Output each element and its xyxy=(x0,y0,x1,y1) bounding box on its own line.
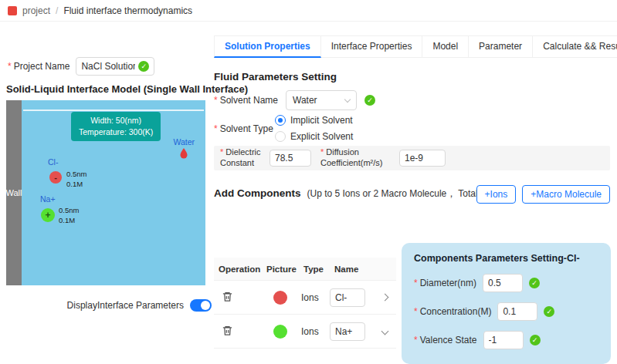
breadcrumb-current: Fluid interface thermodynamics xyxy=(63,5,192,16)
collapse-row-button[interactable] xyxy=(373,329,396,334)
diameter-input[interactable] xyxy=(483,274,523,292)
solvent-type-options: Implicit Solvent Explicit Solvent xyxy=(275,115,353,142)
project-name-row: Project Name xyxy=(8,57,154,76)
interface-model-diagram: Wall Width: 50(nm) Temperature: 300(K) W… xyxy=(6,100,205,285)
diameter-row: Diameter(nm) xyxy=(414,274,598,292)
tab-interface-properties[interactable]: Interface Properties xyxy=(321,35,423,58)
add-buttons: +Ions +Macro Molecule xyxy=(476,185,610,204)
ion-info-na: 0.5nm 0.1M xyxy=(59,206,79,226)
toggle-knob xyxy=(201,301,210,310)
panel-title: Components Parameters Setting-Cl- xyxy=(414,253,598,264)
chevron-right-icon xyxy=(381,294,388,302)
table-row: Ions xyxy=(214,281,396,315)
check-icon xyxy=(530,335,541,345)
radio-implicit-solvent[interactable]: Implicit Solvent xyxy=(275,115,353,126)
valence-input-field[interactable] xyxy=(489,335,518,345)
component-name-input[interactable] xyxy=(330,288,365,307)
display-interface-toggle[interactable] xyxy=(190,299,212,312)
project-name-input-field[interactable] xyxy=(81,61,135,72)
valence-input[interactable] xyxy=(483,331,524,349)
check-icon xyxy=(544,306,554,317)
table-row: Ions xyxy=(214,315,396,349)
tab-bar: Solution Properties Interface Properties… xyxy=(214,35,617,58)
ion-label-cl: Cl- xyxy=(48,157,58,167)
radio-selected-icon xyxy=(275,115,286,126)
minus-sign: - xyxy=(54,173,57,182)
expand-row-button[interactable] xyxy=(373,295,396,300)
display-interface-label: DisplayInterface Parameters xyxy=(67,300,184,311)
tab-calculate-results[interactable]: Calculate && Results xyxy=(533,35,617,58)
solvent-type-label: Solvent Type xyxy=(214,123,273,134)
app-logo-icon xyxy=(8,6,17,15)
wall-label: Wall xyxy=(6,188,22,197)
diameter-label: Diameter(nm) xyxy=(414,278,476,288)
diffusion-input-field[interactable] xyxy=(405,153,440,163)
component-params-panel: Components Parameters Setting-Cl- Diamet… xyxy=(402,243,611,364)
concentration-row: Concentration(M) xyxy=(414,302,598,321)
radio-label: Explicit Solvent xyxy=(290,131,353,142)
radio-unselected-icon xyxy=(275,131,286,142)
ion-info-cl: 0.5nm 0.1M xyxy=(66,170,86,190)
diffusion-label: Diffusion Coefficient(m²/s) xyxy=(320,147,393,169)
trash-icon xyxy=(222,325,233,336)
ion-concentration: 0.1M xyxy=(66,180,86,190)
dielectric-input[interactable] xyxy=(270,150,311,167)
components-table: Operation Picture Type Name Ions xyxy=(214,258,396,349)
ion-particle-na: + xyxy=(41,208,55,222)
breadcrumb-separator: / xyxy=(56,5,58,16)
water-label: Water xyxy=(173,137,195,147)
component-name-input[interactable] xyxy=(330,322,365,341)
breadcrumb-project[interactable]: project xyxy=(22,5,50,16)
component-picture xyxy=(262,325,299,339)
ion-particle-cl: - xyxy=(49,171,62,184)
valence-row: Valence State xyxy=(414,331,598,349)
component-type: Ions xyxy=(299,326,330,337)
component-name-cell xyxy=(330,288,373,307)
tab-parameter[interactable]: Parameter xyxy=(469,35,533,58)
wall: Wall xyxy=(6,100,22,285)
diameter-input-field[interactable] xyxy=(488,278,517,288)
solvent-name-label: Solvent Name xyxy=(214,95,278,106)
badge-temperature: Temperature: 300(K) xyxy=(79,126,153,138)
concentration-input[interactable] xyxy=(497,302,537,321)
add-components-hint: (Up to 5 Ions or 2 Macro Molecule， Total… xyxy=(307,187,500,201)
model-title: Solid-Liquid Interface Model (Single Wal… xyxy=(6,83,248,95)
radio-explicit-solvent[interactable]: Explicit Solvent xyxy=(275,131,353,142)
water-marker: Water xyxy=(173,137,195,159)
droplet-icon xyxy=(179,147,188,159)
radio-label: Implicit Solvent xyxy=(290,115,353,126)
breadcrumb: project / Fluid interface thermodynamics xyxy=(0,0,617,22)
ion-label-na: Na+ xyxy=(40,194,56,204)
ion-size: 0.5nm xyxy=(59,206,79,216)
solvent-name-row: Solvent Name Water xyxy=(214,90,375,110)
dielectric-input-field[interactable] xyxy=(275,153,306,163)
app-window: project / Fluid interface thermodynamics… xyxy=(0,0,617,364)
delete-button[interactable] xyxy=(214,325,262,339)
table-header: Operation Picture Type Name xyxy=(214,258,396,281)
valence-label: Valence State xyxy=(414,335,477,345)
add-macro-molecule-button[interactable]: +Macro Molecule xyxy=(522,185,610,204)
component-name-field[interactable] xyxy=(335,292,360,303)
component-name-cell xyxy=(330,322,373,341)
check-icon xyxy=(529,278,540,288)
fluid-params-title: Fluid Parameters Setting xyxy=(214,71,337,83)
tab-solution-properties[interactable]: Solution Properties xyxy=(214,35,321,58)
dimensions-badge: Width: 50(nm) Temperature: 300(K) xyxy=(71,112,161,141)
add-ions-button[interactable]: +Ions xyxy=(476,185,517,204)
add-components-title: Add Components xyxy=(214,187,301,199)
col-type: Type xyxy=(299,265,330,274)
col-picture: Picture xyxy=(262,265,299,274)
solvent-type-label-wrap: Solvent Type xyxy=(214,123,273,134)
check-icon xyxy=(364,95,375,106)
concentration-input-field[interactable] xyxy=(503,306,532,317)
delete-button[interactable] xyxy=(214,291,262,305)
project-name-input[interactable] xyxy=(76,57,154,76)
diffusion-input[interactable] xyxy=(399,150,446,167)
add-components-row: Add Components (Up to 5 Ions or 2 Macro … xyxy=(214,187,499,201)
ion-color-swatch xyxy=(273,291,287,305)
trash-icon xyxy=(222,291,233,302)
solvent-name-value: Water xyxy=(293,95,317,106)
tab-model[interactable]: Model xyxy=(422,35,469,58)
component-name-field[interactable] xyxy=(335,326,360,337)
solvent-name-select[interactable]: Water xyxy=(286,90,357,110)
